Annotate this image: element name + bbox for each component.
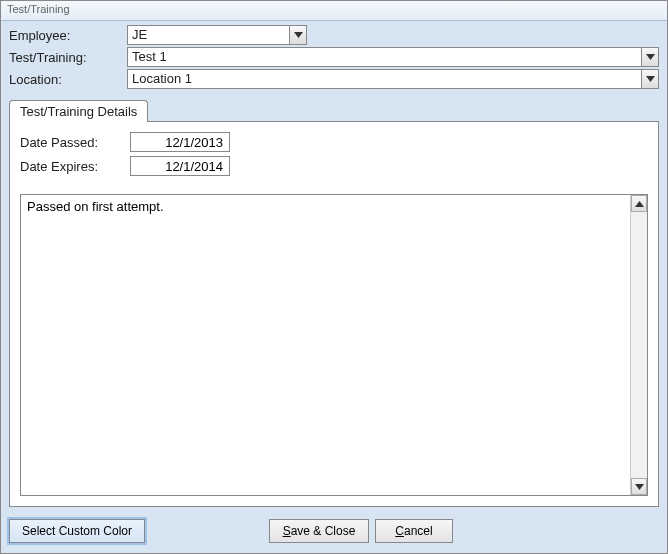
location-row: Location: Location 1 [9,69,659,89]
notes-scrollbar[interactable] [630,195,647,495]
tabstrip: Test/Training Details [9,100,659,122]
date-passed-row: Date Passed: [20,132,648,152]
testtraining-value: Test 1 [128,48,641,66]
notes-textarea[interactable] [21,195,630,495]
employee-label: Employee: [9,26,127,45]
header-fields: Employee: JE Test/Training: Test 1 Locat… [1,21,667,99]
svg-marker-3 [635,201,644,207]
chevron-down-icon [646,76,655,82]
test-training-window: Test/Training Employee: JE Test/Training… [0,0,668,554]
save-close-button[interactable]: Save & Close [269,519,369,543]
scroll-up-button[interactable] [631,195,647,212]
employee-dropdown-button[interactable] [289,26,306,44]
tab-panel-details: Date Passed: Date Expires: [9,121,659,507]
testtraining-row: Test/Training: Test 1 [9,47,659,67]
select-custom-color-button[interactable]: Select Custom Color [9,519,145,543]
footer: Select Custom Color Save & Close Cancel [1,513,667,553]
date-passed-input[interactable] [130,132,230,152]
tab-area: Test/Training Details Date Passed: Date … [1,99,667,513]
date-expires-row: Date Expires: [20,156,648,176]
chevron-down-icon [635,484,644,490]
employee-value: JE [128,26,289,44]
svg-marker-0 [294,32,303,38]
chevron-up-icon [635,201,644,207]
svg-marker-2 [646,76,655,82]
tab-details[interactable]: Test/Training Details [9,100,148,122]
testtraining-dropdown-button[interactable] [641,48,658,66]
testtraining-label: Test/Training: [9,48,127,67]
employee-combo[interactable]: JE [127,25,307,45]
notes-container [20,194,648,496]
date-expires-input[interactable] [130,156,230,176]
date-expires-label: Date Expires: [20,159,130,174]
date-passed-label: Date Passed: [20,135,130,150]
location-dropdown-button[interactable] [641,70,658,88]
location-value: Location 1 [128,70,641,88]
window-title: Test/Training [1,1,667,21]
chevron-down-icon [294,32,303,38]
testtraining-combo[interactable]: Test 1 [127,47,659,67]
svg-marker-4 [635,484,644,490]
chevron-down-icon [646,54,655,60]
employee-row: Employee: JE [9,25,659,45]
location-label: Location: [9,70,127,89]
cancel-button[interactable]: Cancel [375,519,453,543]
svg-marker-1 [646,54,655,60]
location-combo[interactable]: Location 1 [127,69,659,89]
scroll-down-button[interactable] [631,478,647,495]
